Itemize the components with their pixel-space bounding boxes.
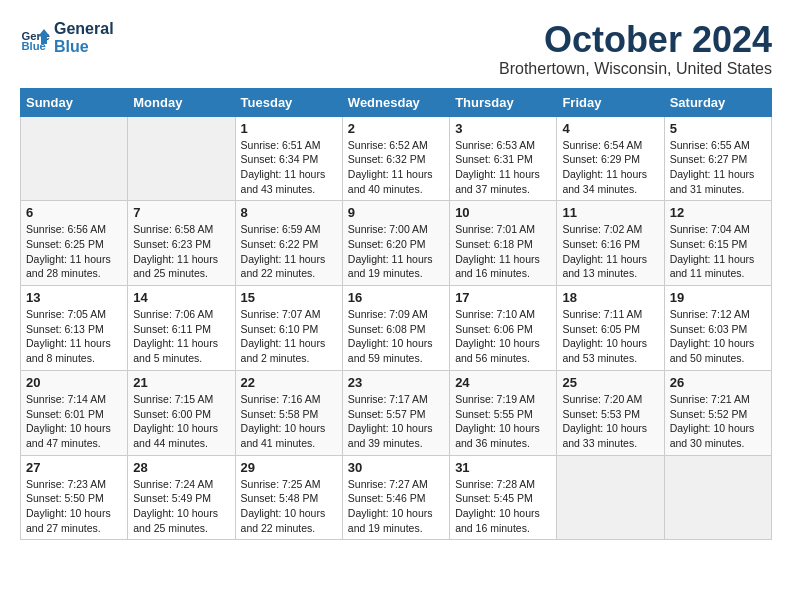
sunrise-text: Sunrise: 7:10 AM [455,307,551,322]
day-number: 1 [241,121,337,136]
sunrise-text: Sunrise: 6:52 AM [348,138,444,153]
day-number: 23 [348,375,444,390]
daylight-text: Daylight: 11 hours and 22 minutes. [241,252,337,281]
daylight-text: Daylight: 10 hours and 27 minutes. [26,506,122,535]
day-info: Sunrise: 6:53 AMSunset: 6:31 PMDaylight:… [455,138,551,197]
logo-blue-text: Blue [54,38,114,56]
calendar-cell: 16Sunrise: 7:09 AMSunset: 6:08 PMDayligh… [342,286,449,371]
daylight-text: Daylight: 10 hours and 56 minutes. [455,336,551,365]
day-info: Sunrise: 7:20 AMSunset: 5:53 PMDaylight:… [562,392,658,451]
sunset-text: Sunset: 6:05 PM [562,322,658,337]
day-info: Sunrise: 7:02 AMSunset: 6:16 PMDaylight:… [562,222,658,281]
sunset-text: Sunset: 5:45 PM [455,491,551,506]
calendar-cell [21,116,128,201]
calendar-cell: 17Sunrise: 7:10 AMSunset: 6:06 PMDayligh… [450,286,557,371]
sunset-text: Sunset: 5:52 PM [670,407,766,422]
month-title: October 2024 [499,20,772,60]
sunset-text: Sunset: 6:00 PM [133,407,229,422]
location-text: Brothertown, Wisconsin, United States [499,60,772,78]
sunset-text: Sunset: 6:29 PM [562,152,658,167]
day-number: 31 [455,460,551,475]
day-number: 16 [348,290,444,305]
calendar-cell: 27Sunrise: 7:23 AMSunset: 5:50 PMDayligh… [21,455,128,540]
sunset-text: Sunset: 5:46 PM [348,491,444,506]
sunrise-text: Sunrise: 6:58 AM [133,222,229,237]
day-info: Sunrise: 7:25 AMSunset: 5:48 PMDaylight:… [241,477,337,536]
sunset-text: Sunset: 5:55 PM [455,407,551,422]
sunset-text: Sunset: 6:15 PM [670,237,766,252]
sunrise-text: Sunrise: 7:23 AM [26,477,122,492]
calendar-week-4: 20Sunrise: 7:14 AMSunset: 6:01 PMDayligh… [21,370,772,455]
calendar-cell: 22Sunrise: 7:16 AMSunset: 5:58 PMDayligh… [235,370,342,455]
day-info: Sunrise: 7:07 AMSunset: 6:10 PMDaylight:… [241,307,337,366]
day-number: 18 [562,290,658,305]
day-number: 6 [26,205,122,220]
calendar-cell: 29Sunrise: 7:25 AMSunset: 5:48 PMDayligh… [235,455,342,540]
day-info: Sunrise: 7:23 AMSunset: 5:50 PMDaylight:… [26,477,122,536]
day-info: Sunrise: 7:05 AMSunset: 6:13 PMDaylight:… [26,307,122,366]
sunrise-text: Sunrise: 7:02 AM [562,222,658,237]
sunrise-text: Sunrise: 7:12 AM [670,307,766,322]
sunset-text: Sunset: 5:53 PM [562,407,658,422]
calendar-cell: 3Sunrise: 6:53 AMSunset: 6:31 PMDaylight… [450,116,557,201]
daylight-text: Daylight: 11 hours and 37 minutes. [455,167,551,196]
day-number: 11 [562,205,658,220]
sunrise-text: Sunrise: 6:55 AM [670,138,766,153]
sunset-text: Sunset: 6:22 PM [241,237,337,252]
sunset-text: Sunset: 5:50 PM [26,491,122,506]
calendar-cell: 6Sunrise: 6:56 AMSunset: 6:25 PMDaylight… [21,201,128,286]
day-number: 27 [26,460,122,475]
day-number: 28 [133,460,229,475]
day-info: Sunrise: 7:17 AMSunset: 5:57 PMDaylight:… [348,392,444,451]
day-info: Sunrise: 7:14 AMSunset: 6:01 PMDaylight:… [26,392,122,451]
daylight-text: Daylight: 11 hours and 19 minutes. [348,252,444,281]
day-info: Sunrise: 7:21 AMSunset: 5:52 PMDaylight:… [670,392,766,451]
daylight-text: Daylight: 11 hours and 43 minutes. [241,167,337,196]
calendar-cell: 14Sunrise: 7:06 AMSunset: 6:11 PMDayligh… [128,286,235,371]
day-info: Sunrise: 7:28 AMSunset: 5:45 PMDaylight:… [455,477,551,536]
daylight-text: Daylight: 10 hours and 36 minutes. [455,421,551,450]
day-number: 9 [348,205,444,220]
sunrise-text: Sunrise: 7:01 AM [455,222,551,237]
sunrise-text: Sunrise: 7:06 AM [133,307,229,322]
sunrise-text: Sunrise: 7:16 AM [241,392,337,407]
day-info: Sunrise: 7:10 AMSunset: 6:06 PMDaylight:… [455,307,551,366]
logo-general-text: General [54,20,114,38]
daylight-text: Daylight: 11 hours and 2 minutes. [241,336,337,365]
sunset-text: Sunset: 6:03 PM [670,322,766,337]
day-info: Sunrise: 7:00 AMSunset: 6:20 PMDaylight:… [348,222,444,281]
title-block: October 2024 Brothertown, Wisconsin, Uni… [499,20,772,78]
sunrise-text: Sunrise: 6:59 AM [241,222,337,237]
day-number: 29 [241,460,337,475]
sunset-text: Sunset: 6:08 PM [348,322,444,337]
sunrise-text: Sunrise: 7:00 AM [348,222,444,237]
daylight-text: Daylight: 10 hours and 50 minutes. [670,336,766,365]
day-info: Sunrise: 6:52 AMSunset: 6:32 PMDaylight:… [348,138,444,197]
day-info: Sunrise: 7:24 AMSunset: 5:49 PMDaylight:… [133,477,229,536]
day-info: Sunrise: 7:15 AMSunset: 6:00 PMDaylight:… [133,392,229,451]
calendar-cell: 2Sunrise: 6:52 AMSunset: 6:32 PMDaylight… [342,116,449,201]
day-info: Sunrise: 7:12 AMSunset: 6:03 PMDaylight:… [670,307,766,366]
daylight-text: Daylight: 11 hours and 11 minutes. [670,252,766,281]
day-number: 4 [562,121,658,136]
day-number: 17 [455,290,551,305]
day-info: Sunrise: 6:58 AMSunset: 6:23 PMDaylight:… [133,222,229,281]
calendar-cell: 18Sunrise: 7:11 AMSunset: 6:05 PMDayligh… [557,286,664,371]
daylight-text: Daylight: 11 hours and 8 minutes. [26,336,122,365]
calendar-week-2: 6Sunrise: 6:56 AMSunset: 6:25 PMDaylight… [21,201,772,286]
header-friday: Friday [557,88,664,116]
calendar-table: SundayMondayTuesdayWednesdayThursdayFrid… [20,88,772,541]
sunset-text: Sunset: 6:11 PM [133,322,229,337]
day-number: 12 [670,205,766,220]
calendar-header-row: SundayMondayTuesdayWednesdayThursdayFrid… [21,88,772,116]
day-info: Sunrise: 7:27 AMSunset: 5:46 PMDaylight:… [348,477,444,536]
sunset-text: Sunset: 6:06 PM [455,322,551,337]
day-number: 5 [670,121,766,136]
day-number: 15 [241,290,337,305]
sunset-text: Sunset: 6:34 PM [241,152,337,167]
calendar-cell [128,116,235,201]
logo: General Blue General Blue [20,20,114,56]
day-info: Sunrise: 7:19 AMSunset: 5:55 PMDaylight:… [455,392,551,451]
sunset-text: Sunset: 6:23 PM [133,237,229,252]
sunrise-text: Sunrise: 7:27 AM [348,477,444,492]
